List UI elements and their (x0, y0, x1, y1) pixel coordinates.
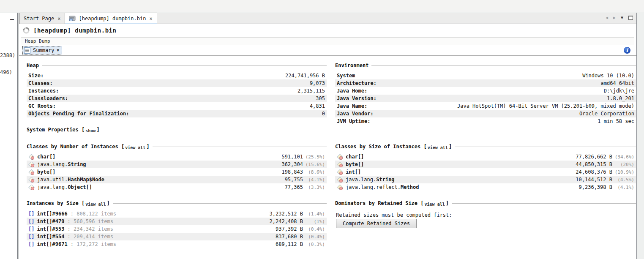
summary-dropdown-button[interactable]: Summary ▼ (22, 46, 62, 55)
class-icon (337, 177, 343, 183)
table-row: char[] 591,101(25.5%) (27, 153, 327, 161)
class-icon (28, 169, 35, 175)
summary-view-icon (24, 47, 30, 54)
instance-name[interactable]: int[]#553 (37, 226, 64, 232)
class-name[interactable]: int[] (346, 169, 361, 175)
instances-by-size-header: Instances by Size [view all] (27, 200, 327, 206)
class-name[interactable]: java.lang.String (346, 177, 395, 183)
table-row: [] int[]#553 : 234,342 items 937,392 B(0… (27, 225, 327, 233)
table-row: Architecture:amd64 64bit (335, 79, 636, 87)
dominators-note: Retained sizes must be computed first: (336, 212, 452, 218)
environment-rows: SystemWindows 10 (10.0) Architecture:amd… (335, 72, 636, 125)
dominators-header: Dominators by Retained Size [view all] (335, 200, 636, 206)
table-row: SystemWindows 10 (10.0) (335, 72, 636, 79)
application-toolbar-strip (0, 0, 644, 12)
table-row: Java Vendor:Oracle Corporation (335, 110, 636, 117)
close-icon[interactable]: × (57, 16, 61, 22)
table-row: int[] 24,608,376 B(10.9%) (335, 168, 636, 176)
table-row: Classloaders:305 (27, 95, 327, 102)
summary-content: Heap Size:224,741,956 B Classes:9,073 In… (19, 56, 636, 259)
class-name[interactable]: java.util.HashMap$Node (37, 177, 104, 183)
document-header: [heapdump] dumpbin.bin (19, 24, 636, 37)
array-instance-icon: [] (28, 241, 34, 247)
heapdump-toolbar: Summary ▼ i (19, 45, 636, 56)
view-type-strip: Heap Dump (21, 37, 634, 45)
tab-bar: Start Page × [heapdump] dumpbin.bin × ◀ … (19, 13, 636, 24)
close-icon[interactable]: × (149, 16, 153, 22)
clipped-app-label: 496) (0, 69, 12, 75)
array-instance-icon: [] (28, 234, 34, 240)
table-row: [] int[]#479 : 560,596 items 2,242,408 B… (27, 218, 327, 225)
class-icon (28, 154, 35, 160)
class-icon (28, 177, 35, 183)
table-row: Java Version:1.8.0_201 (335, 95, 636, 102)
array-instance-icon: [] (28, 226, 34, 232)
view-all-link[interactable]: view all (85, 202, 106, 207)
left-column: Heap Size:224,741,956 B Classes:9,073 In… (27, 56, 327, 259)
info-icon[interactable]: i (624, 47, 630, 54)
page-title: [heapdump] dumpbin.bin (33, 27, 116, 34)
table-row: java.lang.Object[] 77,365(3.3%) (27, 183, 327, 191)
class-icon (28, 161, 35, 168)
class-icon (337, 161, 343, 168)
instance-name[interactable]: int[]#554 (37, 234, 64, 240)
right-column: Environment SystemWindows 10 (10.0) Arch… (335, 56, 636, 259)
classes-by-size-header: Classes by Size of Instances [view all] (335, 144, 636, 150)
table-row: Classes:9,073 (27, 79, 327, 87)
table-row: java.lang.String 362,304(15.6%) (27, 161, 327, 168)
table-row: Size:224,741,956 B (27, 72, 327, 79)
system-properties-header: System Properties [show] (27, 127, 327, 133)
table-row: [] int[]#554 : 209,414 items 837,680 B(0… (27, 233, 327, 240)
table-row: [] int[]#9666 : 808,122 items 3,232,512 … (27, 210, 327, 218)
tab-scroll-controls: ◀ ▶ ▼ (606, 15, 633, 20)
show-link[interactable]: show (85, 128, 96, 133)
class-name[interactable]: byte[] (37, 169, 55, 175)
class-name[interactable]: java.lang.String (37, 161, 86, 167)
scroll-right-icon[interactable]: ▶ (613, 15, 616, 20)
array-instance-icon: [] (28, 218, 34, 224)
environment-section-header: Environment (335, 63, 636, 68)
tab-label: Start Page (24, 16, 54, 22)
table-row: Objects Pending for Finalization:0 (27, 110, 327, 117)
document-panel: Start Page × [heapdump] dumpbin.bin × ◀ … (19, 13, 637, 259)
table-row: char[] 77,826,662 B(34.6%) (335, 153, 636, 161)
compute-retained-sizes-button[interactable]: Compute Retained Sizes (336, 219, 417, 228)
tab-heapdump[interactable]: [heapdump] dumpbin.bin × (65, 13, 157, 24)
tab-label: [heapdump] dumpbin.bin (79, 16, 146, 22)
instance-name[interactable]: int[]#9671 (37, 241, 67, 247)
scroll-left-icon[interactable]: ◀ (606, 15, 608, 20)
table-row: Instances:2,315,115 (27, 87, 327, 95)
table-row: java.lang.reflect.Method 9,236,398 B(4.1… (335, 183, 636, 191)
table-row: GC Roots:4,831 (27, 102, 327, 110)
progress-spinner-icon (23, 27, 30, 34)
heap-dump-icon (69, 16, 76, 22)
class-icon (337, 169, 343, 175)
class-name[interactable]: char[] (346, 154, 364, 160)
tab-list-icon[interactable]: ▼ (621, 15, 623, 20)
view-type-label: Heap Dump (25, 38, 50, 44)
classes-by-count-rows: char[] 591,101(25.5%) java.lang.String 3… (27, 153, 327, 191)
collapsed-applications-panel: — 2388) 496) (0, 13, 18, 259)
classes-by-size-rows: char[] 77,826,662 B(34.6%) byte[] 44,850… (335, 153, 636, 191)
view-all-link[interactable]: view all (428, 145, 448, 150)
instance-name[interactable]: int[]#9666 (37, 211, 67, 217)
class-icon (337, 184, 343, 191)
maximize-icon[interactable] (628, 16, 633, 20)
tab-start-page[interactable]: Start Page × (19, 13, 65, 24)
class-name[interactable]: byte[] (346, 161, 364, 167)
classes-by-count-header: Classes by Number of Instances [view all… (27, 144, 327, 150)
table-row: [] int[]#9671 : 172,272 items 689,112 B(… (27, 240, 327, 248)
table-row: JVM Uptime:1 min 58 sec (335, 117, 636, 125)
class-name[interactable]: char[] (37, 154, 55, 160)
instance-name[interactable]: int[]#479 (37, 218, 64, 224)
chevron-down-icon: ▼ (57, 48, 59, 52)
view-all-link[interactable]: view all (425, 202, 445, 207)
class-name[interactable]: java.lang.Object[] (37, 184, 92, 190)
class-name[interactable]: java.lang.reflect.Method (346, 184, 419, 190)
view-all-link[interactable]: view all (125, 145, 145, 150)
table-row: byte[] 198,843(8.6%) (27, 168, 327, 176)
class-icon (28, 184, 35, 191)
class-icon (337, 154, 343, 160)
summary-label: Summary (33, 47, 55, 53)
minimize-icon[interactable]: — (10, 16, 14, 22)
